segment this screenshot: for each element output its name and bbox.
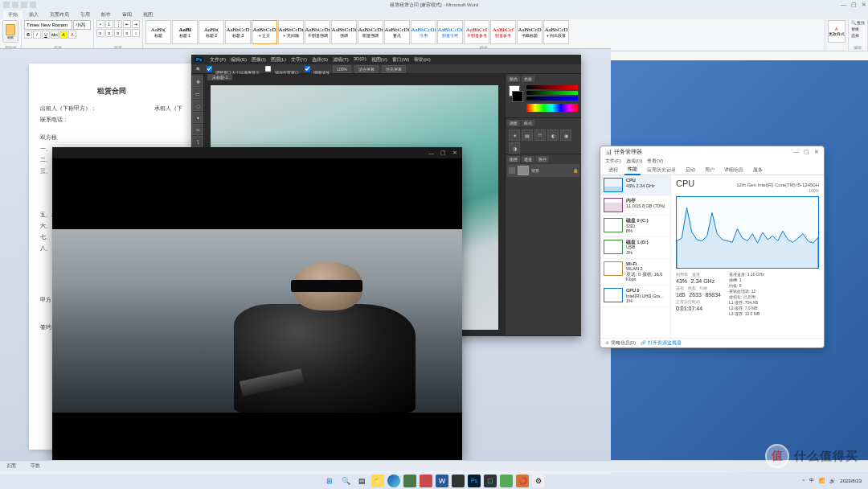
multilevel-button[interactable]: ⋮: [114, 20, 122, 28]
panel-tab-color[interactable]: 颜色: [507, 76, 520, 82]
change-styles-button[interactable]: A更改样式: [828, 20, 845, 43]
panel-tab-paths[interactable]: 路径: [536, 156, 549, 162]
align-center-button[interactable]: ≡: [105, 29, 113, 37]
tray-lang[interactable]: 中: [809, 477, 814, 484]
ps-menu-file[interactable]: 文件(F): [210, 56, 226, 64]
ps-menu-select[interactable]: 选择(S): [312, 56, 328, 64]
tab-review[interactable]: 审阅: [117, 10, 137, 19]
ps-menu-layer[interactable]: 图层(L): [271, 56, 286, 64]
style-normal[interactable]: AaBbCcD+ 正文: [252, 20, 277, 44]
tab-layout[interactable]: 页面布局: [45, 10, 74, 19]
font-size-select[interactable]: 小四: [73, 20, 91, 30]
style-subtle-emph[interactable]: AaBbCcDt不明显强调: [305, 20, 330, 44]
style-title[interactable]: AaBb(标题: [145, 20, 171, 44]
app-icon-1[interactable]: [403, 475, 416, 487]
tray-wifi-icon[interactable]: 📶: [819, 478, 825, 483]
move-tool-icon[interactable]: ✥: [192, 76, 203, 87]
bold-button[interactable]: B: [24, 31, 32, 39]
style-list-para[interactable]: AaBbCcD+ 列出段落: [543, 20, 569, 44]
ps-menu-view[interactable]: 视图(V): [371, 56, 387, 64]
edge-icon[interactable]: [387, 475, 400, 487]
select-button[interactable]: 选择: [851, 33, 859, 38]
eyedropper-tool-icon[interactable]: ⤵: [192, 136, 203, 147]
ps-doc-tab[interactable]: 未标题-1: [207, 74, 232, 80]
tab-processes[interactable]: 进程: [605, 166, 621, 175]
sidebar-item-disk0[interactable]: 磁盘 0 (C:)SSD8%: [600, 216, 670, 237]
tab-users[interactable]: 用户: [702, 166, 718, 175]
app-icon-7[interactable]: ⚙: [532, 475, 545, 487]
style-h2[interactable]: AaBb(标题 2: [199, 20, 224, 44]
tm-menu-view[interactable]: 查看(V): [647, 158, 663, 166]
video-content[interactable]: [52, 158, 462, 461]
start-button[interactable]: ⊞: [323, 475, 336, 487]
tm-titlebar[interactable]: 📊 任务管理器 — ▢ ✕: [600, 146, 824, 158]
opt-zoom-all[interactable]: 缩放所有窗口: [263, 64, 298, 75]
style-emph[interactable]: AaBbCcDt强调: [331, 20, 357, 44]
sidebar-item-cpu[interactable]: CPU43% 2.34 GHz: [600, 175, 670, 195]
style-h3[interactable]: AaBbCcD标题 3: [225, 20, 251, 44]
sidebar-item-memory[interactable]: 内存11.0/15.8 GB (70%): [600, 195, 670, 216]
tab-home[interactable]: 开始: [3, 10, 23, 19]
numbering-button[interactable]: 1.: [105, 20, 113, 28]
b-slider[interactable]: [526, 97, 578, 101]
maximize-icon[interactable]: ▢: [851, 2, 857, 8]
style-gallery[interactable]: AaBb(标题 AaBl标题 1 AaBb(标题 2 AaBbCcD标题 3 A…: [145, 20, 822, 44]
tab-insert[interactable]: 插入: [24, 10, 43, 19]
align-right-button[interactable]: ≡: [114, 29, 122, 37]
close-icon[interactable]: ✕: [814, 149, 819, 155]
panel-tab-swatches[interactable]: 色板: [522, 76, 534, 82]
word-taskbar-icon[interactable]: W: [436, 475, 448, 487]
layer-row-bg[interactable]: 背景 🔒: [507, 164, 579, 177]
bullets-button[interactable]: •: [96, 20, 104, 28]
background-swatch[interactable]: [512, 91, 523, 102]
status-page[interactable]: 页面: [6, 462, 16, 470]
indent-dec-button[interactable]: ⇤: [123, 20, 131, 28]
tab-mailings[interactable]: 邮件: [96, 10, 116, 19]
ps-menu-type[interactable]: 文字(Y): [291, 56, 307, 64]
opt-resize[interactable]: 调整窗口大小以满屏显示: [204, 64, 260, 75]
style-no-spacing[interactable]: AaBbCcDt+ 无间隔: [278, 20, 304, 44]
explorer-icon[interactable]: 📁: [371, 475, 384, 487]
ps-menu-3d[interactable]: 3D(D): [354, 56, 366, 64]
tm-menu-file[interactable]: 文件(F): [605, 158, 621, 166]
opt-fill[interactable]: 填充屏幕: [382, 65, 406, 73]
adj-bw-icon[interactable]: ◑: [509, 142, 520, 154]
tab-details[interactable]: 详细信息: [721, 166, 747, 175]
panel-tab-adjust[interactable]: 调整: [507, 120, 520, 126]
underline-button[interactable]: U: [42, 31, 50, 39]
style-strong[interactable]: AaBbCcDt要点: [384, 20, 410, 44]
font-name-select[interactable]: Times New Roman: [24, 20, 72, 30]
g-slider[interactable]: [526, 91, 578, 95]
sidebar-item-wifi[interactable]: Wi-FiWLAN 2发送: 0 接收: 16.0 Kbps: [600, 259, 670, 286]
minimize-icon[interactable]: —: [428, 150, 434, 156]
tab-startup[interactable]: 启动: [682, 166, 698, 175]
highlight-button[interactable]: A: [59, 31, 68, 39]
maximize-icon[interactable]: ▢: [804, 149, 809, 155]
style-intense-ref[interactable]: AaBbCcI明显参考: [490, 20, 516, 44]
style-h1[interactable]: AaBl标题 1: [172, 20, 198, 44]
tab-performance[interactable]: 性能: [624, 165, 641, 175]
wand-tool-icon[interactable]: ✦: [192, 112, 203, 123]
opt-fit[interactable]: 适合屏幕: [354, 65, 379, 73]
close-icon[interactable]: ✕: [862, 2, 866, 8]
color-picker[interactable]: [507, 84, 579, 116]
ps-menu-help[interactable]: 帮助(H): [414, 56, 430, 64]
resource-monitor-link[interactable]: 🔗 打开资源监视器: [641, 340, 682, 346]
close-icon[interactable]: ✕: [452, 150, 457, 156]
strike-button[interactable]: abc: [51, 31, 59, 39]
search-icon[interactable]: 🔍: [339, 475, 352, 487]
r-slider[interactable]: [526, 85, 578, 89]
tab-references[interactable]: 引用: [76, 10, 95, 19]
tab-history[interactable]: 应用历史记录: [644, 166, 679, 175]
color-spectrum[interactable]: [526, 104, 578, 112]
replace-button[interactable]: 替换: [851, 27, 859, 31]
quick-access-toolbar[interactable]: [0, 2, 39, 8]
align-left-button[interactable]: ≡: [96, 29, 104, 37]
ps-menu-filter[interactable]: 滤镜(T): [333, 56, 349, 64]
ps-menu-edit[interactable]: 编辑(E): [231, 56, 247, 64]
adj-brightness-icon[interactable]: ☀: [509, 129, 520, 141]
lasso-tool-icon[interactable]: ◌: [192, 100, 203, 111]
tray-date[interactable]: 2023/8/23: [840, 479, 862, 483]
style-intense-emph[interactable]: AaBbCcDt明显强调: [358, 20, 383, 44]
minimize-icon[interactable]: —: [793, 149, 799, 155]
